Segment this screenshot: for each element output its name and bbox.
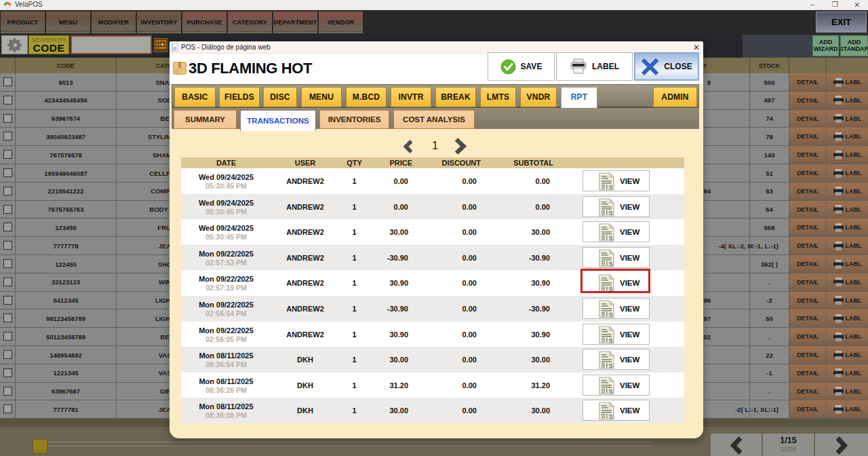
svg-text:S: S (609, 337, 613, 344)
svg-text:S: S (609, 413, 613, 420)
svg-text:S: S (609, 183, 613, 191)
svg-text:S: S (609, 311, 613, 318)
svg-text:S: S (609, 209, 613, 216)
svg-text:S: S (609, 260, 613, 267)
svg-text:S: S (609, 387, 613, 395)
svg-text:S: S (609, 234, 613, 242)
svg-text:S: S (609, 362, 613, 369)
